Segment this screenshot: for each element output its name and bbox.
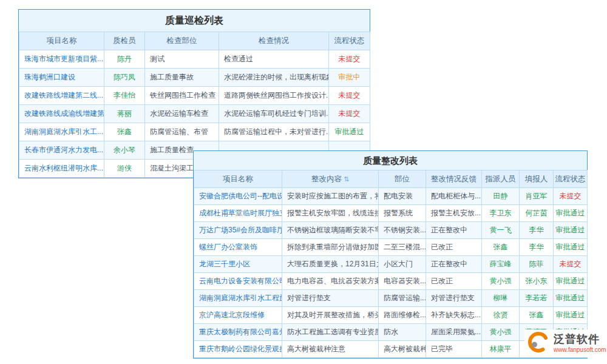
flow-status-badge: 审批通过: [554, 222, 588, 239]
col-header-check-detail[interactable]: 检查情况: [219, 32, 329, 50]
project-name-link[interactable]: 改建铁路线增建第二线...: [19, 87, 104, 105]
rectification-header-row: 项目名称 整改内容⇅ 部位 整改情况反馈 指派人员 填报人 流程状态: [194, 170, 588, 188]
inspection-table-row: 湖南洞庭湖水库引水工... 张鑫 防腐管运输、布管 防腐管运输过程中，未对管进行…: [19, 123, 370, 141]
assignee-cell: 柳琳: [482, 290, 520, 307]
col-header-project-name[interactable]: 项目名称: [194, 170, 282, 188]
inspection-table-row: 改建铁路线增建第二线... 李佳怡 铁丝网围挡工作检查 道路两侧铁丝网围挡工作按…: [19, 87, 370, 105]
col-header-part[interactable]: 部位: [379, 170, 426, 188]
rectification-table-row: 京沪高速北京段维修 对其及时开展整改措施，桥头... 路面维修检... 补齐缺失…: [194, 307, 588, 324]
fanpu-watermark: 泛普软件 www.fanpusoft.com: [524, 329, 607, 357]
feedback-cell: 已完毕: [426, 341, 482, 358]
project-name-link[interactable]: 改建铁路线成渝线增建第...: [19, 105, 104, 123]
project-name-link[interactable]: 重庆太极制药有限公司嘉州中...: [194, 324, 282, 341]
reporter-cell: 张鑫: [520, 307, 554, 324]
feedback-cell: 正在整改中: [426, 222, 482, 239]
col-header-project-name[interactable]: 项目名称: [19, 32, 104, 50]
project-name-link[interactable]: 云南水利枢纽潜明水库...: [19, 160, 104, 178]
part-cell: 防腐管运输...: [379, 290, 426, 307]
check-detail-cell: 水泥砼灌注的时候，出现离析现象: [219, 69, 329, 87]
fanpu-logo-icon: [527, 331, 550, 356]
reporter-cell: 肖亚军: [520, 188, 554, 205]
check-detail-cell: 道路两侧铁丝网围挡工作按设计...: [219, 87, 329, 105]
sort-icon[interactable]: ⇅: [344, 175, 349, 183]
project-name-link[interactable]: 湖南洞庭湖水库引水工程施工...: [194, 290, 282, 307]
rectification-table-row: 万达广场35#会所及咖啡厅空... 不锈钢边框玻璃隔断安装不牢... 不锈钢安装…: [194, 222, 588, 239]
feedback-cell: 屋面采用聚氨...: [426, 324, 482, 341]
reporter-cell: 李华: [520, 222, 554, 239]
flow-status-badge: 审批通过: [554, 239, 588, 256]
project-name-link[interactable]: 湖南洞庭湖水库引水工...: [19, 123, 104, 141]
part-cell: 路面维修检...: [379, 307, 426, 324]
assignee-cell: 张鑫: [482, 239, 520, 256]
assignee-cell: 田静: [482, 188, 520, 205]
assignee-cell: 李卫东: [482, 205, 520, 222]
part-cell: 高大树被栽种: [379, 341, 426, 358]
flow-status-badge: 未提交: [329, 87, 370, 105]
rect-content-cell: 电力电容器、电抗器安装方案...: [282, 273, 379, 290]
rect-content-cell: 安装时应按施工图的布置，将...: [282, 188, 379, 205]
assignee-cell: 薛宝峰: [482, 256, 520, 273]
col-header-assignee[interactable]: 指派人员: [482, 170, 520, 188]
part-cell: 小区大门: [379, 256, 426, 273]
check-part-cell: 测试: [145, 50, 219, 69]
reporter-cell: 陈菲: [520, 256, 554, 273]
project-name-link[interactable]: 安徽合肥供电公司--配电设备...: [194, 188, 282, 205]
col-header-flow-status[interactable]: 流程状态: [554, 170, 588, 188]
project-name-link[interactable]: 成都杜甫草堂临时展厅独立展...: [194, 205, 282, 222]
project-name-link[interactable]: 云南电力设备安装有限公司20...: [194, 273, 282, 290]
inspector-cell: 陈丹: [104, 50, 145, 69]
project-name-link[interactable]: 重庆市鹅岭公园绿化景观提升...: [194, 341, 282, 358]
project-name-link[interactable]: 珠海市城市更新项目紫...: [19, 50, 104, 69]
inspection-header-row: 项目名称 质检员 检查部位 检查情况 流程状态: [19, 32, 370, 50]
rect-content-cell: 报警主机安放牢固，线缆连接...: [282, 205, 379, 222]
feedback-cell: 正在整改中: [426, 256, 482, 273]
inspection-list-title: 质量巡检列表: [19, 10, 370, 32]
reporter-cell: 李若若: [520, 290, 554, 307]
inspector-cell: 余小琴: [104, 141, 145, 160]
project-name-link[interactable]: 长春市伊通河水力发电...: [19, 141, 104, 160]
inspector-cell: 李佳怡: [104, 87, 145, 105]
check-part-cell: 防腐管运输、布管: [145, 123, 219, 141]
col-header-flow-status[interactable]: 流程状态: [329, 32, 370, 50]
inspection-table-row: 珠海鹤洲口建设 陈巧凤 施工质量事故 水泥砼灌注的时候，出现离析现象 审批中: [19, 69, 370, 87]
vendor-url-link[interactable]: www.fanpusoft.com: [554, 346, 606, 353]
part-cell: 不锈钢安装...: [379, 222, 426, 239]
project-name-link[interactable]: 京沪高速北京段维修: [194, 307, 282, 324]
feedback-cell: 已改正: [426, 239, 482, 256]
col-header-rect-content[interactable]: 整改内容⇅: [282, 170, 379, 188]
assignee-cell: 黄小强: [482, 273, 520, 290]
flow-status-badge: 审批通过: [554, 290, 588, 307]
feedback-cell: 补齐缺失标志...: [426, 307, 482, 324]
rectification-table-row: 安徽合肥供电公司--配电设备... 安装时应按施工图的布置，将... 配电安装 …: [194, 188, 588, 205]
col-header-check-part[interactable]: 检查部位: [145, 32, 219, 50]
inspection-table-row: 珠海市城市更新项目紫... 陈丹 测试 检查通过 未提交: [19, 50, 370, 69]
project-name-link[interactable]: 螺丝厂办公室装饰: [194, 239, 282, 256]
check-detail-cell: 水泥砼运输车司机经过专门培训...: [219, 105, 329, 123]
reporter-cell: 张小东: [520, 273, 554, 290]
project-name-link[interactable]: 万达广场35#会所及咖啡厅空...: [194, 222, 282, 239]
rectification-table-row: 云南电力设备安装有限公司20... 电力电容器、电抗器安装方案... 电容器安装…: [194, 273, 588, 290]
feedback-cell: 报警主机安放...: [426, 205, 482, 222]
check-part-cell: 水泥砼运输车检查: [145, 105, 219, 123]
col-header-inspector[interactable]: 质检员: [104, 32, 145, 50]
rect-content-cell: 对其及时开展整改措施，桥头...: [282, 307, 379, 324]
part-cell: 配电安装: [379, 188, 426, 205]
col-header-feedback[interactable]: 整改情况反馈: [426, 170, 482, 188]
rect-content-cell: 对管进行垫支: [282, 290, 379, 307]
part-cell: 二至三楼混...: [379, 239, 426, 256]
flow-status-badge: 未提交: [329, 105, 370, 123]
project-name-link[interactable]: 珠海鹤洲口建设: [19, 69, 104, 87]
rect-content-cell: 大理石质量更换，12月31日之...: [282, 256, 379, 273]
assignee-cell: 徐贤: [482, 307, 520, 324]
rect-content-cell: 拆除到承重墙部分请做好加固...: [282, 239, 379, 256]
assignee-cell: 黄一飞: [482, 222, 520, 239]
assignee-cell: 林康平: [482, 341, 520, 358]
inspector-cell: 张鑫: [104, 123, 145, 141]
flow-status-badge: 审批通过: [554, 273, 588, 290]
vendor-name: 泛普软件: [554, 334, 606, 346]
inspection-table-row: 改建铁路线成渝线增建第... 蒋丽 水泥砼运输车检查 水泥砼运输车司机经过专门培…: [19, 105, 370, 123]
feedback-cell: 已改正: [426, 273, 482, 290]
col-header-reporter[interactable]: 填报人: [520, 170, 554, 188]
project-name-link[interactable]: 龙湖三千里小区: [194, 256, 282, 273]
flow-status-badge: 审批中: [329, 69, 370, 87]
